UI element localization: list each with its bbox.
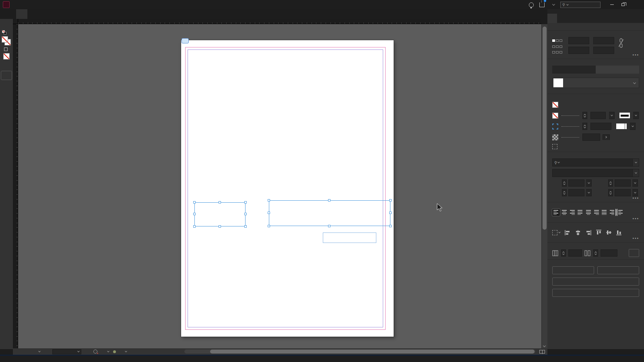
align-to-dropdown[interactable]: [552, 230, 560, 235]
transform-more-icon[interactable]: •••: [632, 53, 639, 57]
columns-stepper[interactable]: [561, 249, 566, 257]
selection-handle[interactable]: [193, 225, 196, 228]
character-more-icon[interactable]: •••: [632, 196, 639, 200]
leading-stepper[interactable]: [608, 179, 613, 187]
fill-color-swatch[interactable]: [552, 102, 558, 108]
stroke-link[interactable]: [561, 115, 579, 116]
align-away-spine-button[interactable]: [617, 209, 624, 216]
stroke-weight-stepper[interactable]: [582, 112, 587, 119]
selection-handle[interactable]: [328, 225, 330, 227]
paragraph-styles-tab[interactable]: [552, 66, 596, 74]
tab-properties[interactable]: [547, 14, 557, 23]
horizontal-ruler[interactable]: [18, 19, 541, 24]
summer-art-show-frame[interactable]: [323, 232, 376, 243]
opacity-field[interactable]: [582, 134, 600, 141]
kerning-stepper[interactable]: [562, 189, 567, 196]
workspace-switcher[interactable]: [550, 4, 555, 5]
page-number-field[interactable]: [52, 349, 81, 354]
fill-placeholder-button[interactable]: [552, 289, 639, 297]
justify-all-button[interactable]: [601, 209, 608, 216]
formatting-affects-container-icon[interactable]: [4, 47, 8, 51]
preflight-icon[interactable]: [93, 350, 97, 354]
font-style-dropdown-icon[interactable]: [632, 169, 639, 177]
selection-handle[interactable]: [244, 201, 247, 204]
spread-view-icon[interactable]: [539, 350, 545, 354]
daydream-frame-selection[interactable]: [269, 200, 390, 226]
menu-item[interactable]: [23, 4, 31, 6]
stroke-style-dropdown-icon[interactable]: [633, 112, 639, 119]
corner-link[interactable]: [561, 126, 579, 127]
leading-field[interactable]: [615, 179, 631, 187]
vertical-ruler[interactable]: [13, 24, 18, 348]
group-button[interactable]: [597, 266, 639, 274]
reference-point-grid[interactable]: [552, 39, 562, 56]
indesign-logo[interactable]: [3, 1, 10, 8]
stroke-weight-field[interactable]: [590, 112, 606, 119]
view-options-icon[interactable]: [1, 62, 12, 70]
selection-handle[interactable]: [268, 225, 270, 227]
font-size-dropdown-icon[interactable]: [586, 179, 592, 187]
h-field[interactable]: [593, 47, 614, 54]
selection-handle[interactable]: [389, 199, 392, 202]
font-size-field[interactable]: [568, 179, 584, 187]
selection-handle[interactable]: [244, 225, 247, 228]
search-input[interactable]: [570, 2, 598, 7]
postcard-artwork-bottom[interactable]: [181, 246, 394, 337]
tracking-field[interactable]: [615, 189, 631, 196]
selection-handle[interactable]: [389, 225, 392, 227]
tool[interactable]: [1, 20, 12, 28]
corner-size-field[interactable]: [590, 123, 611, 130]
document-tab[interactable]: [16, 9, 27, 19]
align-left-button[interactable]: [552, 209, 560, 216]
lock-button[interactable]: [552, 266, 594, 274]
pasteboard[interactable]: [18, 24, 541, 348]
zoom-level-dropdown[interactable]: [19, 351, 40, 352]
tracking-stepper[interactable]: [608, 189, 613, 196]
align-right-edges-icon[interactable]: [585, 230, 592, 236]
learn-icon[interactable]: [529, 2, 534, 7]
paragraph-style-dropdown[interactable]: [552, 78, 639, 88]
selection-handle[interactable]: [219, 225, 221, 228]
align-toward-spine-button[interactable]: [609, 209, 616, 216]
default-fill-stroke-icon[interactable]: [2, 30, 6, 34]
screen-mode-icon[interactable]: [1, 71, 12, 80]
share-icon[interactable]: [539, 2, 545, 7]
stroke-weight-dropdown-icon[interactable]: [609, 112, 615, 119]
y-field[interactable]: [568, 47, 589, 54]
venue-frame-selection[interactable]: [194, 202, 246, 226]
selection-handle[interactable]: [389, 212, 392, 214]
corner-shape-swatch[interactable]: [616, 123, 627, 129]
selection-handle[interactable]: [328, 199, 330, 202]
kerning-field[interactable]: [568, 189, 584, 196]
align-vertical-centers-icon[interactable]: [606, 229, 612, 236]
kerning-dropdown-icon[interactable]: [586, 189, 592, 196]
font-family-dropdown[interactable]: ⚲: [552, 158, 639, 167]
tab-pages[interactable]: [557, 14, 567, 23]
text-frame-options-button[interactable]: [629, 249, 639, 257]
font-style-dropdown[interactable]: [552, 169, 639, 177]
stroke-color-swatch[interactable]: [552, 113, 558, 119]
arrange-button[interactable]: [552, 278, 639, 286]
tab-cc-libraries[interactable]: [567, 14, 576, 23]
selection-handle[interactable]: [193, 213, 196, 215]
selection-handle[interactable]: [219, 201, 221, 204]
minimize-button[interactable]: [606, 0, 617, 9]
linked-content-badge[interactable]: [182, 38, 189, 43]
align-left-edges-icon[interactable]: [564, 230, 571, 236]
ruler-origin[interactable]: [13, 19, 18, 24]
w-field[interactable]: [593, 37, 614, 44]
corner-shape-dropdown-icon[interactable]: [630, 123, 636, 130]
align-horizontal-centers-icon[interactable]: [575, 230, 581, 236]
font-family-dropdown-icon[interactable]: [632, 159, 639, 166]
horizontal-scrollbar[interactable]: [184, 350, 535, 354]
gutter-field[interactable]: [601, 249, 617, 257]
align-more-icon[interactable]: •••: [632, 236, 639, 241]
fill-swatch[interactable]: [2, 36, 8, 43]
restore-button[interactable]: [617, 0, 629, 9]
object-states-icon[interactable]: [552, 144, 557, 149]
horizontal-scrollbar-thumb[interactable]: [210, 350, 535, 354]
selection-handle[interactable]: [268, 199, 270, 202]
tracking-dropdown-icon[interactable]: [632, 189, 638, 196]
apply-none-swatch[interactable]: [3, 53, 10, 60]
leading-dropdown-icon[interactable]: [632, 179, 638, 187]
